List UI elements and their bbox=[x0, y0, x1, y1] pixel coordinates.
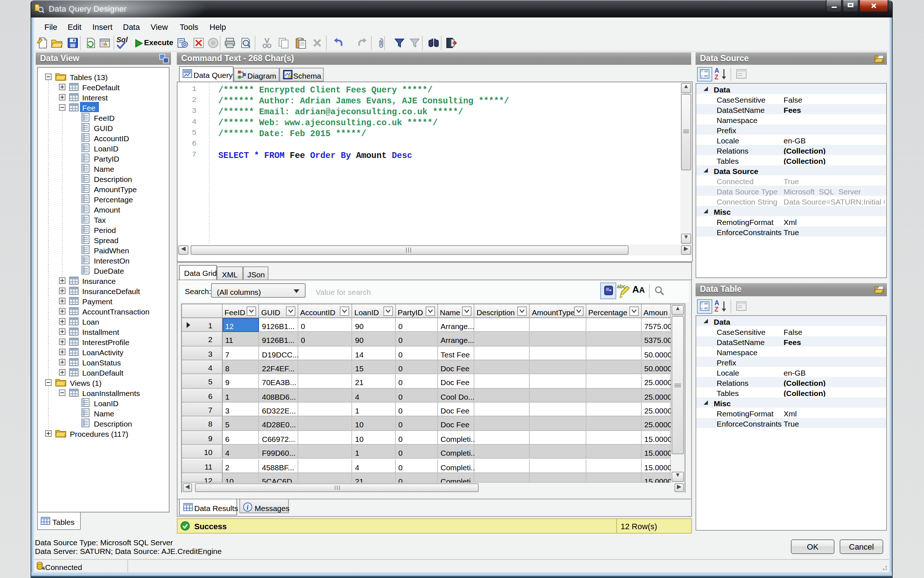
svg-text:i: i bbox=[247, 504, 248, 511]
